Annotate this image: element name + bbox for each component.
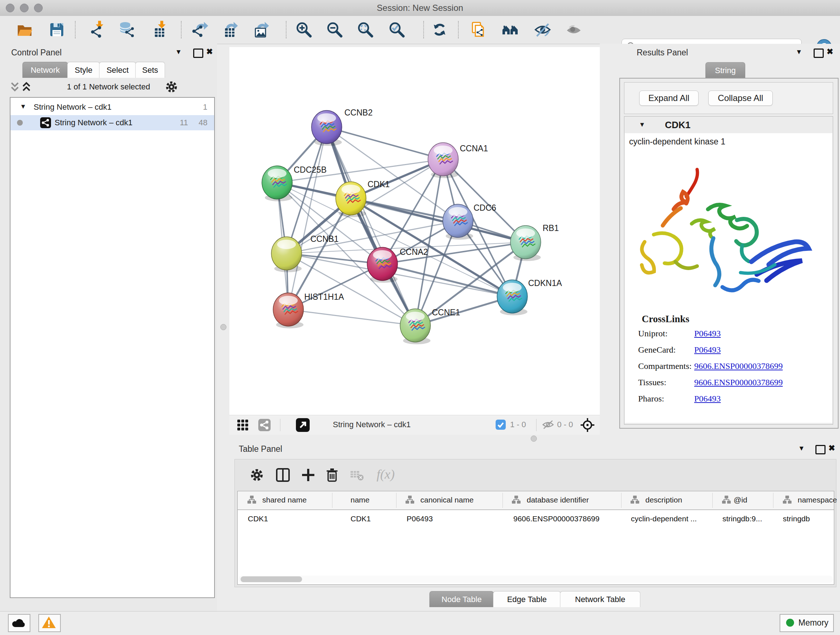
warning-button[interactable]	[38, 614, 61, 632]
table-gear-icon[interactable]	[249, 467, 264, 484]
import-table-icon[interactable]	[149, 20, 169, 40]
network-collection-row[interactable]: ▼ String Network – cdk1 1	[11, 100, 214, 115]
fit-network-crosshair-icon[interactable]	[580, 418, 595, 434]
crosslink-link[interactable]: P06493	[694, 394, 721, 404]
control-panel-menu-icon[interactable]: ▾	[177, 48, 180, 56]
import-database-icon[interactable]	[117, 20, 137, 40]
bottom-splitter-handle[interactable]	[531, 435, 537, 442]
gene-expander-icon[interactable]: ▼	[639, 121, 645, 128]
network-tree: ▼ String Network – cdk1 1 String Network…	[10, 97, 215, 598]
tab-style[interactable]: Style	[67, 62, 100, 78]
results-panel-float-icon[interactable]	[813, 49, 824, 58]
expand-all-button[interactable]: Expand All	[639, 90, 699, 106]
column-header--id[interactable]: @id	[734, 496, 747, 504]
duplicate-network-icon[interactable]	[469, 20, 488, 40]
zoom-out-icon[interactable]	[325, 20, 344, 40]
control-panel-float-icon[interactable]	[193, 49, 203, 58]
collapse-all-button[interactable]: Collapse All	[708, 90, 773, 106]
edge-CCNB2-HIST1H1A[interactable]	[288, 127, 327, 310]
node-CCNB1[interactable]: CCNB1	[271, 234, 339, 272]
tab-edge-table[interactable]: Edge Table	[493, 591, 561, 607]
crosslink-link[interactable]: 9606.ENSP00000378699	[694, 361, 783, 371]
zoom-selected-icon[interactable]	[387, 20, 407, 40]
collection-expander-icon[interactable]: ▼	[20, 103, 27, 111]
edge-HIST1H1A-CCNE1[interactable]	[288, 310, 415, 325]
node-CDKN1A[interactable]: CDKN1A	[497, 279, 562, 315]
column-header-namespace[interactable]: namespace	[798, 496, 837, 504]
table-cell[interactable]: P06493	[407, 515, 433, 523]
crosslink-link[interactable]: 9606.ENSP00000378699	[694, 378, 783, 387]
gene-header[interactable]: ▼ CDK1	[624, 117, 833, 133]
grid-view-icon[interactable]	[237, 419, 249, 432]
export-network-icon[interactable]	[190, 20, 210, 40]
tab-string[interactable]: String	[706, 62, 745, 78]
column-header-description[interactable]: description	[645, 496, 682, 504]
zoom-in-icon[interactable]	[294, 20, 314, 40]
network-row-selected[interactable]: String Network – cdk1 11 48	[11, 115, 214, 130]
node-CCNA2[interactable]: CCNA2	[367, 247, 428, 283]
import-network-icon[interactable]	[88, 20, 107, 40]
node-CCNA1[interactable]: CCNA1	[428, 143, 488, 178]
table-cell[interactable]: CDK1	[351, 515, 371, 523]
node-CDK1[interactable]: CDK1	[336, 180, 390, 217]
tab-network[interactable]: Network	[22, 62, 68, 78]
node-CCNB2[interactable]: CCNB2	[311, 108, 373, 146]
tab-select[interactable]: Select	[99, 62, 136, 78]
open-folder-icon[interactable]	[15, 20, 34, 40]
birds-eye-view-icon[interactable]	[296, 418, 309, 433]
column-header-canonical-name[interactable]: canonical name	[420, 496, 474, 504]
column-header-shared-name[interactable]: shared name	[262, 496, 307, 504]
column-divider[interactable]	[712, 493, 713, 508]
table-columns-icon[interactable]	[275, 467, 291, 484]
left-splitter-handle[interactable]	[220, 324, 226, 330]
column-divider[interactable]	[621, 493, 622, 508]
memory-button[interactable]: Memory	[780, 614, 834, 632]
table-cell[interactable]: stringdb:9...	[722, 515, 762, 523]
table-cell[interactable]: 9606.ENSP00000378699	[513, 515, 600, 523]
node-label-CCNB1: CCNB1	[310, 234, 339, 244]
table-cell[interactable]: cyclin-dependent ...	[631, 515, 697, 523]
export-table-icon[interactable]	[219, 20, 239, 40]
zoom-fit-icon[interactable]	[355, 20, 375, 40]
column-divider[interactable]	[396, 493, 396, 508]
show-items-icon[interactable]	[564, 20, 584, 40]
control-panel-close-icon[interactable]: ✖	[206, 48, 213, 56]
column-divider[interactable]	[773, 493, 774, 508]
table-panel-float-icon[interactable]	[815, 445, 826, 454]
string-home-icon[interactable]	[500, 20, 520, 40]
table-cell[interactable]: stringdb	[783, 515, 810, 523]
node-CDC6[interactable]: CDC6	[443, 203, 496, 240]
save-icon[interactable]	[47, 20, 66, 40]
tab-sets[interactable]: Sets	[135, 62, 165, 78]
table-delete-icon[interactable]	[325, 467, 340, 484]
results-panel-menu-icon[interactable]: ▾	[797, 48, 801, 56]
column-header-database-identifier[interactable]: database identifier	[527, 496, 589, 504]
export-image-icon[interactable]	[251, 20, 270, 40]
refresh-icon[interactable]	[430, 20, 449, 40]
node-table[interactable]: shared namenamecanonical namedatabase id…	[237, 491, 834, 585]
node-HIST1H1A[interactable]: HIST1H1A	[273, 292, 344, 328]
tab-network-table[interactable]: Network Table	[560, 591, 640, 607]
table-add-column-icon[interactable]	[301, 467, 316, 484]
hidden-eye-icon[interactable]	[542, 420, 554, 431]
crosslink-link[interactable]: P06493	[694, 345, 721, 355]
network-graph[interactable]: CCNB2CCNA1CDC25BCDK1CDC6RB1CCNB1CCNA2CDK…	[229, 47, 600, 415]
table-cell[interactable]: CDK1	[248, 515, 268, 523]
edge-CCNB2-CCNA1[interactable]	[327, 127, 443, 159]
results-panel-close-icon[interactable]: ✖	[827, 48, 833, 56]
hide-items-icon[interactable]	[533, 20, 553, 40]
network-options-gear-icon[interactable]	[164, 80, 178, 95]
table-panel-close-icon[interactable]: ✖	[829, 444, 835, 452]
selected-checkbox-icon[interactable]	[496, 420, 506, 431]
node-RB1[interactable]: RB1	[510, 223, 559, 261]
scrollbar-thumb[interactable]	[240, 576, 302, 582]
network-canvas[interactable]: CCNB2CCNA1CDC25BCDK1CDC6RB1CCNB1CCNA2CDK…	[229, 47, 600, 415]
table-panel-menu-icon[interactable]: ▾	[799, 444, 804, 452]
column-header-name[interactable]: name	[351, 496, 370, 504]
crosslink-link[interactable]: P06493	[694, 329, 721, 339]
column-divider[interactable]	[502, 493, 503, 508]
network-share-icon[interactable]	[258, 419, 271, 432]
cloud-button[interactable]	[8, 614, 30, 632]
table-horizontal-scrollbar[interactable]	[238, 576, 833, 583]
tab-node-table[interactable]: Node Table	[429, 591, 494, 607]
